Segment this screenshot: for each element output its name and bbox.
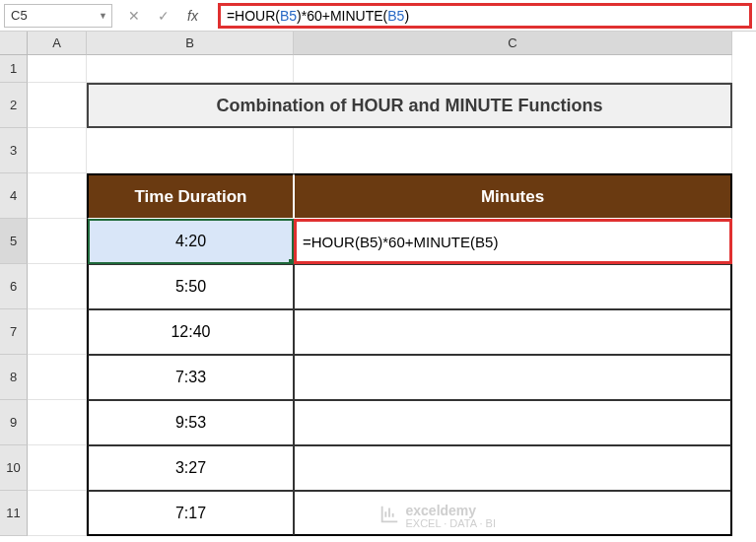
watermark-brand: exceldemy xyxy=(406,504,497,518)
cancel-icon[interactable]: ✕ xyxy=(128,8,140,24)
cell-A10[interactable] xyxy=(28,445,87,491)
col-header-C[interactable]: C xyxy=(294,32,732,55)
formula-text-mid: )*60+MINUTE( xyxy=(297,8,387,24)
cell-A3[interactable] xyxy=(28,128,87,173)
enter-icon[interactable]: ✓ xyxy=(158,8,170,24)
row-header-5[interactable]: 5 xyxy=(0,219,28,264)
title-cell[interactable]: Combination of HOUR and MINUTE Functions xyxy=(87,83,732,128)
cell-A5[interactable] xyxy=(28,219,87,264)
formula-text-prefix: =HOUR( xyxy=(227,8,280,24)
row-header-6[interactable]: 6 xyxy=(0,264,28,309)
cell-C10[interactable] xyxy=(294,445,732,491)
formula-text-suffix: ) xyxy=(404,8,409,24)
row-6: 5:50 xyxy=(28,264,732,309)
formula-ref-1: B5 xyxy=(280,8,297,24)
cell-A11[interactable] xyxy=(28,491,87,536)
row-headers: 1 2 3 4 5 6 7 8 9 10 11 xyxy=(0,55,28,536)
cells-body: Combination of HOUR and MINUTE Functions… xyxy=(28,55,732,536)
row-header-9[interactable]: 9 xyxy=(0,400,28,445)
fx-icon[interactable]: fx xyxy=(187,8,198,24)
name-box-dropdown-icon[interactable]: ▼ xyxy=(99,11,107,21)
formula-ref-2: B5 xyxy=(387,8,404,24)
row-header-4[interactable]: 4 xyxy=(0,173,28,219)
cell-B5-value: 4:20 xyxy=(175,233,206,250)
row-header-2[interactable]: 2 xyxy=(0,83,28,128)
cell-A9[interactable] xyxy=(28,400,87,445)
row-8: 7:33 xyxy=(28,355,732,400)
cell-C7[interactable] xyxy=(294,309,732,355)
cell-A2[interactable] xyxy=(28,83,87,128)
row-1 xyxy=(28,55,732,83)
row-3 xyxy=(28,128,732,173)
name-box[interactable]: C5 ▼ xyxy=(4,4,112,28)
cell-C5[interactable]: =HOUR(B5)*60+MINUTE(B5) xyxy=(294,219,732,264)
col-header-A[interactable]: A xyxy=(28,32,87,55)
left-column-wrap: 1 2 3 4 5 6 7 8 9 10 11 xyxy=(0,32,28,542)
cell-C5-value: =HOUR(B5)*60+MINUTE(B5) xyxy=(303,234,498,250)
formula-bar-input[interactable]: =HOUR(B5)*60+MINUTE(B5) xyxy=(218,3,752,29)
column-headers: A B C xyxy=(28,32,732,55)
cell-C11[interactable] xyxy=(294,491,732,536)
row-5: 4:20 =HOUR(B5)*60+MINUTE(B5) xyxy=(28,219,732,264)
row-2: Combination of HOUR and MINUTE Functions xyxy=(28,83,732,128)
row-4: Time Duration Minutes xyxy=(28,173,732,219)
watermark-text: exceldemy EXCEL · DATA · BI xyxy=(406,504,497,529)
formula-bar-controls: ✕ ✓ fx xyxy=(112,8,218,24)
header-time[interactable]: Time Duration xyxy=(87,173,294,219)
row-10: 3:27 xyxy=(28,445,732,491)
cell-A1[interactable] xyxy=(28,55,87,83)
formula-bar-row: C5 ▼ ✕ ✓ fx =HOUR(B5)*60+MINUTE(B5) xyxy=(0,0,756,32)
name-box-value: C5 xyxy=(11,8,28,23)
cell-C9[interactable] xyxy=(294,400,732,445)
select-all-corner[interactable] xyxy=(0,32,28,55)
cell-B3[interactable] xyxy=(87,128,294,173)
spreadsheet-grid: 1 2 3 4 5 6 7 8 9 10 11 A B C xyxy=(0,32,756,542)
cell-B9[interactable]: 9:53 xyxy=(87,400,294,445)
cell-A8[interactable] xyxy=(28,355,87,400)
header-minutes[interactable]: Minutes xyxy=(294,173,732,219)
col-header-B[interactable]: B xyxy=(87,32,294,55)
cell-A6[interactable] xyxy=(28,264,87,309)
cell-C1[interactable] xyxy=(294,55,732,83)
row-header-8[interactable]: 8 xyxy=(0,355,28,400)
cell-B6[interactable]: 5:50 xyxy=(87,264,294,309)
cell-B8[interactable]: 7:33 xyxy=(87,355,294,400)
row-7: 12:40 xyxy=(28,309,732,355)
cell-A4[interactable] xyxy=(28,173,87,219)
cell-B10[interactable]: 3:27 xyxy=(87,445,294,491)
cell-B11[interactable]: 7:17 xyxy=(87,491,294,536)
watermark-chart-icon xyxy=(378,504,400,530)
cell-B1[interactable] xyxy=(87,55,294,83)
row-9: 9:53 xyxy=(28,400,732,445)
row-header-3[interactable]: 3 xyxy=(0,128,28,173)
cell-B5[interactable]: 4:20 xyxy=(87,219,294,264)
row-header-10[interactable]: 10 xyxy=(0,445,28,491)
cell-B7[interactable]: 12:40 xyxy=(87,309,294,355)
row-header-1[interactable]: 1 xyxy=(0,55,28,83)
watermark-tagline: EXCEL · DATA · BI xyxy=(406,518,497,530)
watermark: exceldemy EXCEL · DATA · BI xyxy=(378,504,497,530)
grid-cells-wrap: A B C Combination of HOUR and MINUTE Fun… xyxy=(28,32,732,542)
cell-A7[interactable] xyxy=(28,309,87,355)
cell-C3[interactable] xyxy=(294,128,732,173)
row-header-7[interactable]: 7 xyxy=(0,309,28,355)
cell-C8[interactable] xyxy=(294,355,732,400)
row-header-11[interactable]: 11 xyxy=(0,491,28,536)
cell-C6[interactable] xyxy=(294,264,732,309)
